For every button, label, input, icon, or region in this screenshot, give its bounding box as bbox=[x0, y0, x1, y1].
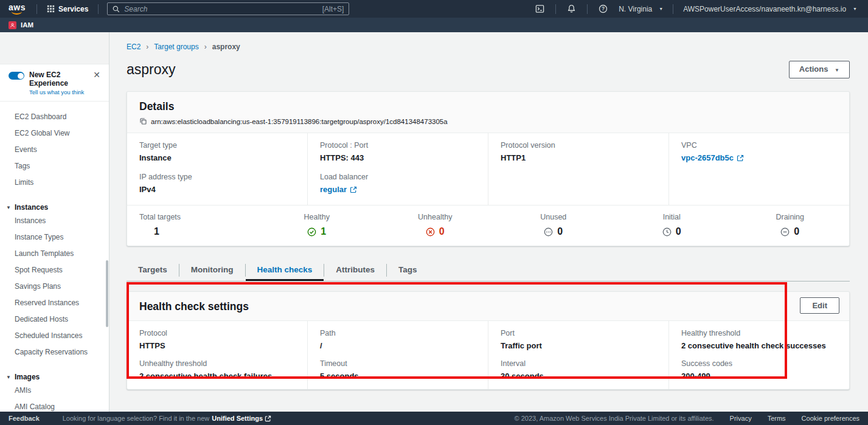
sidebar-item-ec2-dashboard[interactable]: EC2 Dashboard bbox=[0, 110, 109, 124]
stat-label: Unhealthy bbox=[376, 212, 495, 222]
sidebar-item-events[interactable]: Events bbox=[0, 143, 109, 157]
field-label: Protocol version bbox=[501, 140, 656, 150]
field-label: Protocol : Port bbox=[320, 140, 476, 150]
external-link-icon bbox=[737, 154, 744, 162]
sidebar-item-limits[interactable]: Limits bbox=[0, 176, 109, 190]
field-label: VPC bbox=[681, 140, 837, 150]
field-value: / bbox=[320, 340, 476, 351]
details-card-header: Details arn:aws:elasticloadbalancing:us-… bbox=[127, 92, 849, 133]
unified-settings-link[interactable]: Unified Settings bbox=[212, 415, 271, 422]
copyright-text: © 2023, Amazon Web Services India Privat… bbox=[515, 415, 714, 422]
main-content: EC2 › Target groups › asproxy asproxy Ac… bbox=[109, 32, 868, 412]
sidebar-item-reserved-instances[interactable]: Reserved Instances bbox=[0, 296, 109, 310]
top-navigation-bar: aws Services [Alt+S] ? bbox=[0, 0, 868, 18]
tell-us-link[interactable]: Tell us what you think bbox=[29, 89, 87, 95]
sidebar-item-ami-catalog[interactable]: AMI Catalog bbox=[0, 400, 109, 412]
stat-healthy: Healthy 1 bbox=[258, 212, 377, 238]
sidebar-nav: EC2 Dashboard EC2 Global View Events Tag… bbox=[0, 102, 109, 412]
health-check-card-header: Health check settings Edit bbox=[127, 292, 849, 321]
search-shortcut-hint: [Alt+S] bbox=[322, 5, 344, 13]
copy-icon[interactable] bbox=[139, 117, 147, 125]
cloudshell-terminal-icon bbox=[535, 4, 544, 13]
sidebar-item-ec2-global-view[interactable]: EC2 Global View bbox=[0, 126, 109, 140]
field-value: IPv4 bbox=[139, 184, 295, 195]
field-label: IP address type bbox=[139, 172, 295, 182]
aws-logo[interactable]: aws bbox=[9, 4, 26, 15]
cookie-preferences-link[interactable]: Cookie preferences bbox=[802, 415, 859, 422]
vpc-link[interactable]: vpc-2657db5c bbox=[681, 153, 744, 163]
health-column-1: ProtocolHTTPS Unhealthy threshold2 conse… bbox=[127, 321, 307, 389]
divider bbox=[36, 4, 37, 14]
new-ec2-experience-toggle[interactable] bbox=[9, 72, 24, 80]
sidebar-item-savings-plans[interactable]: Savings Plans bbox=[0, 280, 109, 294]
region-selector[interactable]: N. Virginia ▼ bbox=[614, 0, 668, 18]
stat-initial: Initial 0 bbox=[613, 212, 731, 238]
field-value: 5 seconds bbox=[320, 371, 476, 381]
sidebar-item-tags[interactable]: Tags bbox=[0, 159, 109, 173]
sidebar-item-instance-types[interactable]: Instance Types bbox=[0, 230, 109, 244]
details-column-3: Protocol versionHTTP1 bbox=[488, 133, 668, 205]
stat-value: 1 bbox=[321, 226, 326, 238]
sidebar-item-launch-templates[interactable]: Launch Templates bbox=[0, 247, 109, 261]
divider bbox=[673, 4, 673, 14]
sidebar-item-scheduled-instances[interactable]: Scheduled Instances bbox=[0, 329, 109, 343]
services-menu-button[interactable]: Services bbox=[42, 0, 93, 18]
sidebar-scrollbar[interactable] bbox=[106, 260, 108, 327]
sidebar-item-capacity-reservations[interactable]: Capacity Reservations bbox=[0, 345, 109, 359]
stat-value: 0 bbox=[676, 226, 681, 238]
x-circle-icon bbox=[426, 227, 435, 237]
breadcrumb-target-groups-link[interactable]: Target groups bbox=[154, 42, 198, 52]
help-button[interactable]: ? bbox=[592, 0, 614, 18]
sidebar-item-spot-requests[interactable]: Spot Requests bbox=[0, 263, 109, 277]
sidebar-item-amis[interactable]: AMIs bbox=[0, 384, 109, 398]
stat-total-targets: Total targets 1 bbox=[127, 212, 258, 238]
iam-service-icon bbox=[9, 21, 16, 29]
favorite-iam-link[interactable]: IAM bbox=[21, 21, 33, 29]
tab-tags[interactable]: Tags bbox=[387, 260, 429, 281]
stat-label: Draining bbox=[731, 212, 850, 222]
sidebar-item-instances[interactable]: Instances bbox=[0, 214, 109, 228]
terms-link[interactable]: Terms bbox=[768, 415, 786, 422]
sidebar-section-instances[interactable]: ▼ Instances bbox=[0, 201, 109, 214]
sidebar-header-space bbox=[0, 32, 109, 64]
sidebar-section-images[interactable]: ▼ Images bbox=[0, 370, 109, 384]
field-value: Traffic port bbox=[501, 340, 656, 351]
feedback-button[interactable]: Feedback bbox=[9, 415, 40, 422]
field-value: 30 seconds bbox=[501, 371, 656, 381]
notifications-button[interactable] bbox=[561, 0, 582, 18]
section-title: Instances bbox=[15, 203, 48, 212]
account-menu[interactable]: AWSPowerUserAccess/navaneeth.kn@harness.… bbox=[678, 0, 862, 18]
section-caret-icon: ▼ bbox=[6, 375, 11, 380]
unified-settings-label: Unified Settings bbox=[212, 415, 263, 422]
language-note: Looking for language selection? Find it … bbox=[63, 415, 271, 422]
vpc-link-text: vpc-2657db5c bbox=[681, 153, 734, 163]
sidebar-item-dedicated-hosts[interactable]: Dedicated Hosts bbox=[0, 313, 109, 327]
field-value: 200-499 bbox=[681, 371, 837, 381]
global-search[interactable]: [Alt+S] bbox=[107, 2, 349, 15]
breadcrumb: EC2 › Target groups › asproxy bbox=[127, 42, 850, 52]
topbar-right-controls: ? N. Virginia ▼ AWSPowerUserAccess/navan… bbox=[529, 0, 862, 18]
field-value: 2 consecutive health check failures bbox=[139, 371, 295, 381]
tab-attributes[interactable]: Attributes bbox=[324, 260, 386, 281]
close-icon[interactable]: ✕ bbox=[92, 71, 102, 79]
cloudshell-button[interactable] bbox=[529, 0, 550, 18]
tab-monitoring[interactable]: Monitoring bbox=[179, 260, 245, 281]
actions-button[interactable]: Actions ▼ bbox=[789, 61, 850, 78]
toggle-label: New EC2 Experience bbox=[29, 71, 87, 88]
tab-targets[interactable]: Targets bbox=[127, 260, 179, 281]
body: New EC2 Experience Tell us what you thin… bbox=[0, 32, 868, 412]
privacy-link[interactable]: Privacy bbox=[730, 415, 752, 422]
footer-right-links: © 2023, Amazon Web Services India Privat… bbox=[515, 415, 859, 422]
edit-button[interactable]: Edit bbox=[800, 297, 839, 314]
load-balancer-link[interactable]: regular bbox=[320, 184, 357, 195]
details-column-4: VPC vpc-2657db5c bbox=[668, 133, 849, 205]
breadcrumb-ec2-link[interactable]: EC2 bbox=[127, 42, 141, 52]
search-input[interactable] bbox=[124, 5, 318, 13]
svg-text:?: ? bbox=[602, 5, 605, 12]
page-header: asproxy Actions ▼ bbox=[127, 60, 850, 78]
toggle-knob bbox=[18, 73, 24, 79]
divider bbox=[555, 4, 556, 14]
field-value: 2 consecutive health check successes bbox=[681, 340, 837, 351]
tab-health-checks[interactable]: Health checks bbox=[246, 260, 324, 281]
divider bbox=[98, 4, 99, 14]
